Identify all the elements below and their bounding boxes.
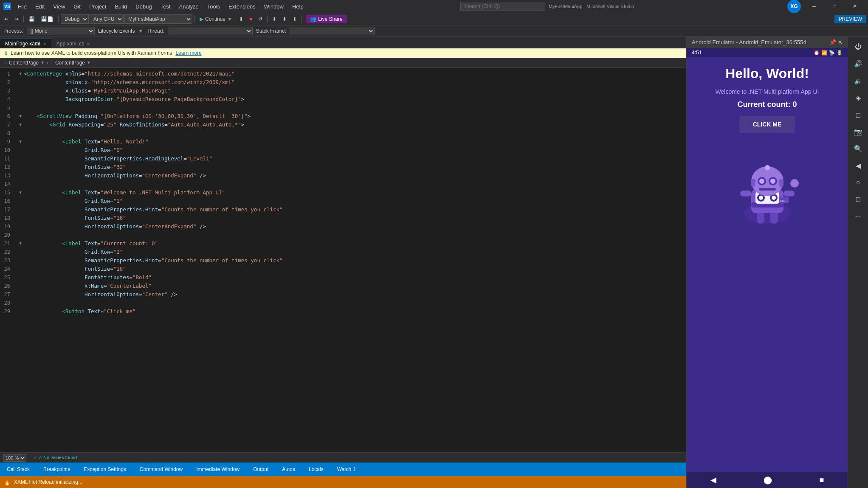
emulator-screen: 4:51 ⏰ 📶 📡 🔋 Hello, World! Welcome to .N… [687, 48, 848, 488]
stack-frame-dropdown[interactable] [290, 27, 375, 35]
emulator-title-text: Android Emulator - Android_Emulator_30:5… [692, 39, 806, 45]
code-line-11: 11 SemanticProperties.HeadingLevel="Leve… [0, 154, 686, 163]
tab-locals[interactable]: Locals [305, 465, 327, 474]
svg-point-13 [765, 165, 770, 170]
menu-file[interactable]: File [14, 3, 30, 11]
menu-bar[interactable]: File Edit View Git Project Build Debug T… [14, 3, 307, 11]
right-sidebar: ⏻ 🔊 🔉 ◈ ◻ 📷 🔍 ◀ ○ □ ··· [848, 36, 868, 488]
menu-debug[interactable]: Debug [132, 3, 155, 11]
nav-back-icon[interactable]: ◀ [710, 475, 716, 485]
bottom-panel: Call Stack Breakpoints Exception Setting… [0, 463, 686, 476]
toolbar-separator-5 [302, 16, 302, 22]
menu-tools[interactable]: Tools [204, 3, 223, 11]
more-options-icon[interactable]: ··· [851, 210, 865, 223]
tab-app-xaml-cs[interactable]: App.xaml.cs ✕ [51, 39, 95, 48]
menu-git[interactable]: Git [70, 3, 84, 11]
tab-close-icon[interactable]: ✕ [43, 42, 46, 46]
tab-output[interactable]: Output [250, 465, 272, 474]
emulator-content: Hello, World! Welcome to .NET Multi-plat… [687, 57, 848, 472]
continue-button[interactable]: ▶ Continue ▼ [197, 15, 235, 23]
search-input[interactable] [460, 2, 545, 11]
menu-analyze[interactable]: Analyze [175, 3, 202, 11]
code-line-22: 22 Grid.Row="2" [0, 248, 686, 256]
battery-icon: 🔋 [837, 50, 843, 56]
svg-rect-20 [759, 188, 776, 191]
menu-project[interactable]: Project [86, 3, 110, 11]
breadcrumb-right[interactable]: ContentPage [55, 60, 85, 66]
tab-autos[interactable]: Autos [279, 465, 299, 474]
recents-nav-icon[interactable]: □ [851, 193, 865, 206]
user-avatar[interactable]: XG [787, 0, 801, 13]
tab-close-icon-2[interactable]: ✕ [87, 42, 90, 46]
code-line-18: 18 FontSize="16" [0, 214, 686, 222]
emulator-pin-icon[interactable]: 📌 [829, 39, 836, 45]
app-icon: VS [3, 3, 11, 10]
svg-text:.NET: .NET [779, 199, 787, 203]
home-nav-icon[interactable]: ○ [851, 176, 865, 189]
emulator-click-button[interactable]: CLICK ME [739, 116, 795, 133]
save-button[interactable]: 💾 [26, 15, 37, 23]
svg-point-19 [770, 179, 775, 184]
preview-button[interactable]: PREVIEW [834, 15, 866, 23]
menu-test[interactable]: Test [157, 3, 174, 11]
live-share-button[interactable]: 👥 Live Share [306, 15, 347, 23]
thread-dropdown[interactable] [168, 27, 253, 35]
nav-recents-icon[interactable]: ■ [819, 476, 824, 485]
tab-call-stack[interactable]: Call Stack [3, 465, 33, 474]
learn-more-link[interactable]: Learn more [175, 50, 201, 56]
tab-exception-settings[interactable]: Exception Settings [80, 465, 129, 474]
menu-build[interactable]: Build [111, 3, 130, 11]
step-into-button[interactable]: ⬇ [280, 15, 289, 23]
code-line-1: 1▼ <ContentPage xmlns="http://schemas.mi… [0, 70, 686, 78]
maximize-button[interactable]: □ [825, 0, 844, 13]
code-line-7: 7▼ <Grid RowSpacing="25" RowDefinitions=… [0, 121, 686, 129]
restart-button[interactable]: ↺ [256, 15, 265, 23]
emulator-count-text: Current count: 0 [737, 100, 797, 109]
tab-command-window[interactable]: Command Window [136, 465, 186, 474]
hot-reload-text: XAML Hot Reload initializing... [14, 479, 82, 485]
code-line-9: 9▼ <Label Text="Hello, World!" [0, 137, 686, 146]
eraser-icon[interactable]: ◻ [851, 108, 865, 121]
forward-button[interactable]: ↪ [12, 15, 21, 23]
breadcrumb-left[interactable]: ContentPage [9, 60, 39, 66]
back-button[interactable]: ↩ [2, 15, 11, 23]
menu-window[interactable]: Window [261, 3, 287, 11]
config-dropdown[interactable]: Debug [61, 14, 89, 24]
save-all-button[interactable]: 💾📄 [38, 15, 56, 23]
volume-up-icon[interactable]: 🔊 [851, 57, 865, 70]
zoom-dropdown[interactable]: 100 % [3, 454, 26, 462]
nav-home-icon[interactable]: ⬤ [764, 475, 772, 485]
menu-view[interactable]: View [50, 3, 68, 11]
tab-breakpoints[interactable]: Breakpoints [40, 465, 73, 474]
zoom-icon[interactable]: 🔍 [851, 142, 865, 155]
tab-immediate-window[interactable]: Immediate Window [193, 465, 243, 474]
svg-point-11 [772, 196, 776, 200]
process-dropdown[interactable]: [] Mono [27, 27, 95, 35]
alarm-icon: ⏰ [814, 50, 820, 56]
app-title: MyFirstMauiApp - Microsoft Visual Studio [549, 4, 634, 9]
volume-down-icon[interactable]: 🔉 [851, 74, 865, 87]
minimize-button[interactable]: ─ [804, 0, 824, 13]
tab-mainpage-xaml[interactable]: MainPage.xaml ✕ [0, 39, 51, 48]
project-dropdown[interactable]: MyFirstMauiApp [124, 14, 192, 24]
stop-button[interactable]: ■ [247, 15, 255, 23]
code-line-19: 19 HorizontalOptions="CenterAndExpand" /… [0, 222, 686, 231]
rotate-icon[interactable]: ◈ [851, 91, 865, 104]
platform-dropdown[interactable]: Any CPU [90, 14, 124, 24]
menu-extensions[interactable]: Extensions [225, 3, 259, 11]
pause-button[interactable]: ⏸ [236, 15, 246, 23]
back-nav-icon[interactable]: ◀ [851, 159, 865, 172]
screenshot-icon[interactable]: 📷 [851, 125, 865, 138]
menu-help[interactable]: Help [289, 3, 307, 11]
emulator-close-icon[interactable]: ✕ [838, 39, 843, 45]
tab-watch-1[interactable]: Watch 1 [334, 465, 359, 474]
step-over-button[interactable]: ⬇ [270, 15, 279, 23]
toolbar-separator-2 [58, 16, 59, 22]
code-line-29: 29 <Button Text="Click me" [0, 307, 686, 316]
menu-edit[interactable]: Edit [32, 3, 48, 11]
step-out-button[interactable]: ⬆ [290, 15, 299, 23]
code-editor[interactable]: 1▼ <ContentPage xmlns="http://schemas.mi… [0, 68, 686, 452]
power-icon[interactable]: ⏻ [851, 40, 865, 53]
close-button[interactable]: ✕ [845, 0, 865, 13]
window-controls[interactable]: ─ □ ✕ [804, 0, 865, 13]
